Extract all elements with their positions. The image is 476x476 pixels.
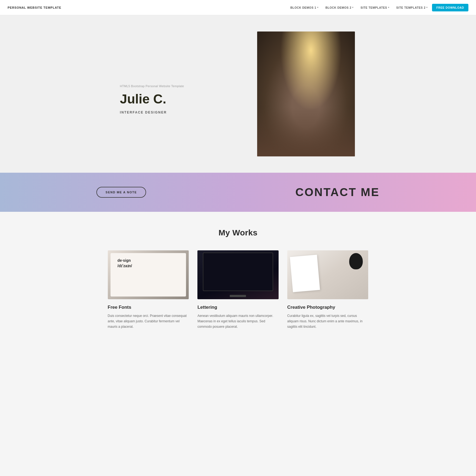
hero-image-wrap xyxy=(256,31,356,156)
chevron-down-icon: ▾ xyxy=(317,6,319,9)
chevron-down-icon: ▾ xyxy=(388,6,389,9)
work-card-title-1: Lettering xyxy=(197,305,279,310)
work-card-desc-0: Duis consectetur neque orci. Praesent vi… xyxy=(108,313,189,329)
hero-portrait xyxy=(257,31,355,156)
contact-title: CONTACT ME xyxy=(295,186,380,199)
hero-section: HTML5 Bootstrap Personal Website Templat… xyxy=(0,15,476,173)
works-grid: Free Fonts Duis consectetur neque orci. … xyxy=(108,250,368,329)
work-card-desc-2: Curabitur ligula ex, sagittis vel turpis… xyxy=(287,313,368,329)
works-section: My Works Free Fonts Duis consectetur neq… xyxy=(0,212,476,351)
work-card-title-0: Free Fonts xyxy=(108,305,189,310)
work-card-desc-1: Aenean vestibulum aliquam mauris non ull… xyxy=(197,313,279,329)
nav-block-demos-1[interactable]: BLOCK DEMOS 1 ▾ xyxy=(288,4,321,11)
navbar: PERSONAL WEBSITE TEMPLATE BLOCK DEMOS 1 … xyxy=(0,0,476,15)
work-card-title-2: Creative Photography xyxy=(287,305,368,310)
work-image-1 xyxy=(197,250,279,299)
hero-name: Julie C. xyxy=(120,92,234,106)
send-note-button[interactable]: SEND ME A NOTE xyxy=(96,187,146,198)
chevron-down-icon: ▾ xyxy=(352,6,354,9)
nav-items: BLOCK DEMOS 1 ▾ BLOCK DEMOS 2 ▾ SITE TEM… xyxy=(288,4,468,11)
work-card-2: Creative Photography Curabitur ligula ex… xyxy=(287,250,368,329)
hero-subtitle: HTML5 Bootstrap Personal Website Templat… xyxy=(120,84,234,88)
work-card-0: Free Fonts Duis consectetur neque orci. … xyxy=(108,250,189,329)
contact-banner: SEND ME A NOTE CONTACT ME xyxy=(0,173,476,212)
site-brand: PERSONAL WEBSITE TEMPLATE xyxy=(8,6,61,9)
work-image-0 xyxy=(108,250,189,299)
nav-site-templates[interactable]: SITE TEMPLATES ▾ xyxy=(358,4,392,11)
hero-role: INTERFACE DESIGNER xyxy=(120,111,234,114)
work-image-2 xyxy=(287,250,368,299)
free-download-button[interactable]: FREE DOWNLOAD xyxy=(432,4,468,11)
works-title: My Works xyxy=(22,228,454,237)
work-card-1: Lettering Aenean vestibulum aliquam maur… xyxy=(197,250,279,329)
chevron-down-icon: ▾ xyxy=(426,6,428,9)
nav-site-templates-2[interactable]: SITE TEMPLATES 2 ▾ xyxy=(393,4,430,11)
hero-text: HTML5 Bootstrap Personal Website Templat… xyxy=(120,74,234,115)
nav-block-demos-2[interactable]: BLOCK DEMOS 2 ▾ xyxy=(323,4,356,11)
